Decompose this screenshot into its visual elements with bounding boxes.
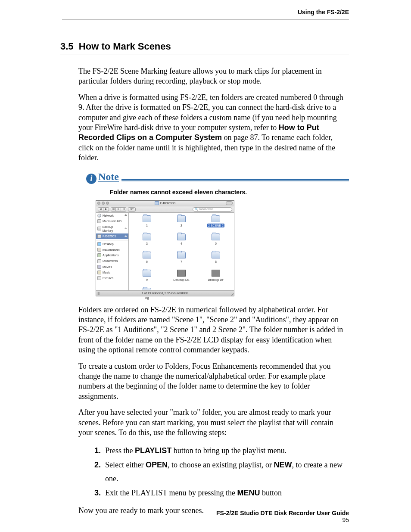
text-run: button to bring up the playlist menu.	[171, 446, 286, 455]
file-item[interactable]: Desktop DF	[199, 270, 232, 287]
sidebar-item-machd[interactable]: Macintosh HD	[96, 218, 128, 224]
folder-item[interactable]: 5	[199, 233, 232, 251]
folder-item[interactable]: 6	[131, 252, 163, 269]
finder-window: FJ032003 ◀ ▶ ⊞ ≡ ⫼	[96, 200, 234, 296]
folder-item[interactable]: 9	[131, 270, 163, 287]
footer-title: FS-2/2E Studio DTE Disk Recorder User Gu…	[216, 510, 349, 516]
folder-item[interactable]: 8	[199, 252, 232, 269]
section-rule	[60, 55, 349, 55]
text-run: , to choose an existing playlist, or	[168, 460, 274, 469]
sidebar-item-desktop[interactable]: Desktop	[96, 241, 128, 247]
status-handle-icon	[97, 292, 101, 295]
folder-item[interactable]: 4	[165, 233, 198, 251]
folder-item[interactable]: 2 SCENE 2	[199, 215, 232, 233]
step-text: Press the PLAYLIST button to bring up th…	[105, 444, 286, 457]
sidebar-item-movies[interactable]: Movies	[96, 264, 128, 270]
note-header: i Note	[86, 172, 349, 184]
item-label: 4	[181, 242, 182, 246]
sidebar-label: Network	[103, 214, 114, 218]
paragraph: To create a custom order to Folders, Foc…	[78, 361, 349, 402]
view-buttons: ⊞ ≡ ⫼	[111, 207, 126, 212]
finder-sidebar: Network⏏ Macintosh HD BackUp Monkey⏏ FJ0…	[96, 213, 129, 290]
sidebar-label: Music	[103, 271, 110, 274]
action-menu-button[interactable]: ⚙▾	[128, 207, 136, 212]
sidebar-label: Documents	[103, 259, 118, 263]
status-text: 1 of 13 selected, 9.35 GB available	[142, 291, 189, 295]
ui-label: OPEN	[146, 460, 168, 469]
back-button[interactable]: ◀	[98, 207, 103, 212]
sidebar-item-music[interactable]: Music	[96, 270, 128, 275]
list-view-button[interactable]: ≡	[116, 207, 121, 212]
finder-statusbar: 1 of 13 selected, 9.35 GB available	[96, 290, 234, 296]
resize-grip-icon[interactable]	[230, 292, 234, 296]
content-area: 3.5 How to Mark Scenes The FS-2/2E Scene…	[60, 41, 349, 516]
folder-icon	[212, 233, 220, 240]
file-item[interactable]: Desktop DB	[165, 270, 198, 287]
applications-icon	[97, 253, 101, 257]
sidebar-item-home[interactable]: mattmcewen	[96, 247, 128, 252]
item-label: 3	[146, 242, 148, 246]
sidebar-item-applications[interactable]: Applications	[96, 252, 128, 258]
section-heading: 3.5 How to Mark Scenes	[60, 41, 349, 52]
paragraph: When a drive is formatted using FS-2/2E,…	[78, 93, 349, 163]
folder-icon	[143, 233, 151, 240]
window-title-text: FJ032003	[160, 201, 176, 205]
eject-icon[interactable]: ⏏	[125, 214, 127, 217]
folder-item[interactable]: 7	[165, 252, 198, 269]
sidebar-item-backup[interactable]: BackUp Monkey⏏	[96, 224, 128, 233]
note-box: i Note Folder names cannot exceed eleven…	[86, 172, 349, 296]
folder-icon	[177, 252, 186, 258]
page: Using the FS-2/2E 3.5 How to Mark Scenes…	[0, 0, 411, 532]
item-label[interactable]: 2 SCENE 2	[207, 224, 224, 227]
text-run: Press the	[105, 446, 135, 455]
folder-icon	[143, 215, 151, 222]
folder-item[interactable]: 3	[131, 233, 163, 251]
item-label: 6	[146, 260, 148, 264]
file-icon	[177, 270, 186, 277]
section-title: How to Mark Scenes	[79, 41, 171, 52]
window-title: FJ032003	[96, 201, 234, 205]
search-field[interactable]: 🔍 local disks	[193, 207, 232, 212]
ui-label: PLAYLIST	[135, 446, 171, 455]
sidebar-item-documents[interactable]: Documents	[96, 258, 128, 264]
documents-icon	[97, 259, 101, 263]
hard-disk-icon	[97, 234, 101, 238]
folder-icon	[143, 252, 151, 258]
running-head: Using the FS-2/2E	[0, 9, 411, 19]
ui-label: NEW	[274, 460, 292, 469]
step-item: 2. Select either OPEN, to choose an exis…	[92, 458, 349, 486]
sidebar-item-volume[interactable]: FJ032003⏏	[96, 233, 128, 239]
paragraph: After you have selected your "mark to" f…	[78, 408, 349, 438]
file-pane[interactable]: 1 2 2 SCENE 2 3 4 5 6 7 8 9 Desktop DB D…	[129, 213, 234, 283]
paragraph: Folders are ordered on FS-2/2E in numeri…	[78, 305, 349, 355]
sidebar-item-network[interactable]: Network⏏	[96, 213, 128, 218]
eject-icon[interactable]: ⏏	[125, 235, 127, 238]
folder-icon	[212, 252, 220, 258]
sidebar-item-pictures[interactable]: Pictures	[96, 275, 128, 281]
movies-icon	[97, 265, 101, 269]
sidebar-label: BackUp Monkey	[103, 225, 123, 233]
folder-item[interactable]: 1	[131, 215, 163, 233]
pictures-icon	[97, 276, 101, 280]
folder-item[interactable]: 2	[165, 215, 198, 233]
forward-button[interactable]: ▶	[103, 207, 109, 212]
note-label: Note	[98, 170, 121, 184]
sidebar-divider	[96, 240, 128, 240]
column-view-button[interactable]: ⫼	[121, 207, 126, 212]
folder-icon	[143, 270, 151, 277]
music-icon	[97, 271, 101, 274]
icon-view-button[interactable]: ⊞	[111, 207, 116, 212]
text-run: Select either	[105, 460, 146, 469]
eject-icon[interactable]: ⏏	[125, 227, 127, 230]
step-number: 3.	[92, 486, 101, 500]
top-rule	[62, 19, 349, 19]
file-icon	[212, 270, 220, 277]
nav-buttons: ◀ ▶	[98, 207, 109, 212]
text-run: Exit the PLAYLIST menu by pressing the	[105, 488, 237, 497]
step-item: 3. Exit the PLAYLIST menu by pressing th…	[92, 486, 349, 500]
finder-body: Network⏏ Macintosh HD BackUp Monkey⏏ FJ0…	[96, 213, 234, 290]
item-label: 1	[146, 224, 148, 227]
search-icon: 🔍	[195, 207, 199, 211]
folder-icon	[177, 233, 186, 240]
text-run: button	[260, 488, 282, 497]
